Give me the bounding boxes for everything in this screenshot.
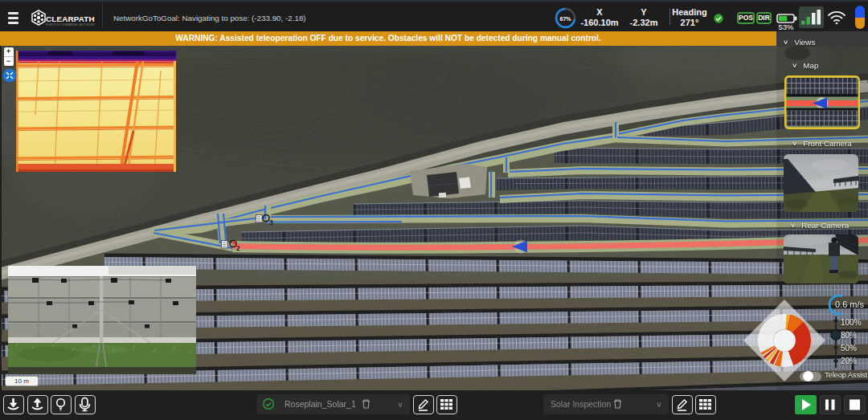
svg-text:ROBOTICS | UNMANNED AUTONOMY: ROBOTICS | UNMANNED AUTONOMY [46, 23, 95, 27]
svg-text:67%: 67% [559, 16, 571, 22]
svg-text:CLEARPATH: CLEARPATH [46, 14, 95, 23]
